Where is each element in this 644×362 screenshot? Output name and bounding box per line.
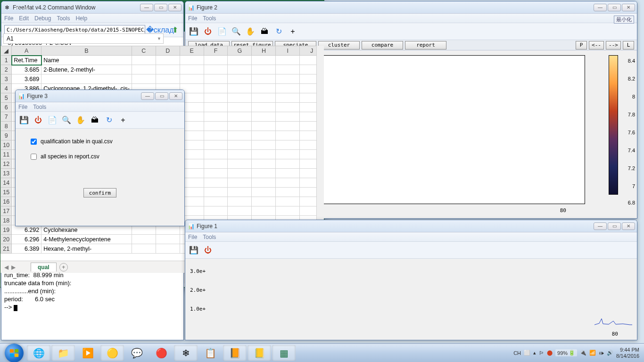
cell[interactable] bbox=[204, 197, 228, 206]
cluster-button[interactable]: cluster bbox=[318, 41, 360, 49]
namebox-dropdown-icon[interactable]: ▼ bbox=[157, 36, 161, 41]
plus-icon[interactable]: + bbox=[287, 26, 298, 37]
report-checkbox-row[interactable]: all species in report.csv bbox=[31, 153, 169, 160]
column-header[interactable]: I bbox=[276, 46, 300, 56]
report-button[interactable]: report bbox=[405, 41, 446, 49]
cell[interactable] bbox=[228, 65, 252, 74]
maximize-button[interactable]: ▭ bbox=[608, 4, 621, 11]
row-header[interactable]: 11 bbox=[1, 150, 12, 159]
zoom-icon[interactable]: 🔍 bbox=[231, 26, 242, 37]
row-header[interactable]: 15 bbox=[1, 188, 12, 197]
cell[interactable] bbox=[156, 235, 180, 244]
cell[interactable] bbox=[204, 65, 228, 74]
nav-prev-button[interactable]: <-- bbox=[589, 41, 604, 49]
row-header[interactable]: 18 bbox=[1, 216, 12, 225]
menu-tools[interactable]: Tools bbox=[33, 104, 46, 110]
refresh-icon[interactable]: ↻ bbox=[103, 115, 115, 126]
refresh-icon[interactable]: ↻ bbox=[273, 26, 284, 37]
up-icon[interactable]: ⬆ bbox=[169, 25, 181, 36]
sheet-tab-qual[interactable]: qual bbox=[31, 263, 57, 272]
taskbar-psiphon[interactable]: 🔴 bbox=[149, 345, 173, 361]
taskbar-app[interactable]: 📋 bbox=[198, 345, 222, 361]
fig1-plot[interactable]: 3.0e+ 2.0e+ 1.0e+ 80 bbox=[185, 259, 637, 340]
close-button[interactable]: ✕ bbox=[622, 4, 635, 11]
cell[interactable] bbox=[228, 178, 252, 188]
cell[interactable] bbox=[204, 112, 228, 122]
cell[interactable] bbox=[156, 74, 180, 84]
cell[interactable] bbox=[228, 140, 252, 150]
cell[interactable] bbox=[204, 131, 228, 140]
cell[interactable] bbox=[204, 56, 228, 65]
cell[interactable] bbox=[276, 112, 300, 122]
tray-app-icon[interactable]: ⬤ bbox=[547, 350, 553, 356]
menu-tools[interactable]: Tools bbox=[57, 15, 70, 22]
cell[interactable] bbox=[252, 122, 276, 131]
tray-expand-icon[interactable]: ▴ bbox=[533, 350, 536, 356]
minimize-button[interactable]: — bbox=[141, 92, 154, 100]
cell[interactable] bbox=[252, 74, 276, 84]
row-header[interactable]: 13 bbox=[1, 169, 12, 178]
cell[interactable] bbox=[252, 197, 276, 206]
stop-icon[interactable]: ⏻ bbox=[202, 245, 214, 256]
plus-icon[interactable]: + bbox=[117, 115, 129, 126]
cell[interactable] bbox=[276, 178, 300, 188]
cell[interactable] bbox=[252, 159, 276, 169]
menu-file[interactable]: File bbox=[188, 15, 197, 22]
qual-checkbox[interactable] bbox=[31, 139, 37, 145]
cell[interactable] bbox=[252, 140, 276, 150]
cell[interactable] bbox=[252, 169, 276, 178]
taskbar-freemat[interactable]: ❄ bbox=[174, 345, 198, 361]
row-header[interactable]: 12 bbox=[1, 159, 12, 169]
menu-debug[interactable]: Debug bbox=[34, 15, 51, 22]
maximize-button[interactable]: ▭ bbox=[155, 92, 168, 100]
cell[interactable] bbox=[228, 206, 252, 216]
cell[interactable] bbox=[180, 74, 204, 84]
battery-indicator[interactable]: 99%🔋 bbox=[555, 349, 577, 356]
cell[interactable] bbox=[252, 178, 276, 188]
cell[interactable]: Ret.Time bbox=[12, 56, 41, 65]
column-header[interactable]: F bbox=[204, 46, 228, 56]
cell[interactable] bbox=[132, 225, 156, 235]
cell[interactable] bbox=[228, 74, 252, 84]
cell[interactable] bbox=[156, 244, 180, 254]
taskbar-app2[interactable]: 📒 bbox=[248, 345, 271, 361]
cell[interactable] bbox=[228, 150, 252, 159]
cell[interactable]: 3.689 bbox=[12, 74, 41, 84]
tray-volume-icon[interactable]: 🔊 bbox=[607, 350, 613, 356]
hand-icon[interactable]: ✋ bbox=[245, 26, 256, 37]
cell[interactable] bbox=[132, 235, 156, 244]
minimize-button[interactable]: — bbox=[594, 4, 607, 11]
cell[interactable] bbox=[228, 112, 252, 122]
cell[interactable] bbox=[252, 112, 276, 122]
row-header[interactable]: 8 bbox=[1, 122, 12, 131]
cell[interactable] bbox=[276, 65, 300, 74]
cell[interactable] bbox=[228, 169, 252, 178]
cell[interactable] bbox=[180, 65, 204, 74]
tray-network-icon[interactable]: 📶 bbox=[589, 350, 596, 356]
close-button[interactable]: ✕ bbox=[622, 222, 635, 230]
peak-icon[interactable]: 🏔 bbox=[259, 26, 270, 37]
fig2-titlebar[interactable]: 📊 Figure 2 — ▭ ✕ bbox=[185, 1, 637, 14]
ime-indicator[interactable]: CH bbox=[513, 350, 521, 356]
copy-icon[interactable]: 📄 bbox=[47, 115, 58, 126]
cell[interactable] bbox=[276, 122, 300, 131]
cell[interactable] bbox=[252, 206, 276, 216]
copy-icon[interactable]: 📄 bbox=[216, 26, 228, 37]
cell[interactable] bbox=[132, 244, 156, 254]
selectall-corner[interactable]: ◢ bbox=[1, 46, 12, 56]
name-box[interactable]: A1▼ bbox=[3, 33, 164, 44]
cell[interactable]: 2-Butene, 2-methyl- bbox=[41, 65, 132, 74]
cell[interactable] bbox=[204, 150, 228, 159]
menu-file[interactable]: File bbox=[188, 234, 197, 240]
menu-file[interactable]: File bbox=[18, 104, 27, 110]
cell[interactable] bbox=[276, 150, 300, 159]
cell[interactable] bbox=[276, 84, 300, 93]
row-header[interactable]: 19 bbox=[1, 225, 12, 235]
tray-bluetooth-icon[interactable]: 🕪 bbox=[599, 350, 604, 356]
column-header[interactable]: B bbox=[41, 46, 132, 56]
cell[interactable] bbox=[228, 131, 252, 140]
fig1-titlebar[interactable]: 📊 Figure 1 — ▭ ✕ bbox=[185, 220, 637, 232]
redo-icon[interactable]: ↷ bbox=[24, 5, 28, 12]
menu-file[interactable]: File bbox=[4, 15, 13, 22]
taskbar-explorer[interactable]: 📁 bbox=[51, 345, 75, 361]
